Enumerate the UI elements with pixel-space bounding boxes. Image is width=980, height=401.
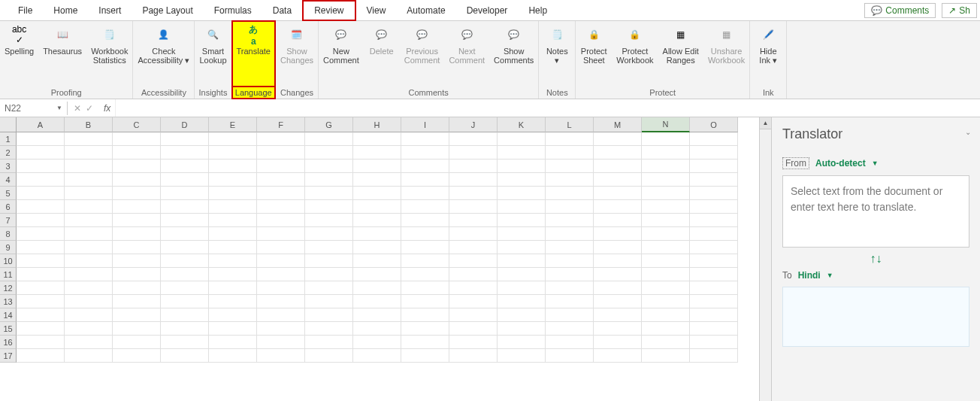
tab-formulas[interactable]: Formulas bbox=[204, 2, 262, 20]
cell[interactable] bbox=[161, 227, 209, 241]
cell[interactable] bbox=[498, 173, 546, 187]
cell[interactable] bbox=[642, 322, 690, 336]
cell[interactable] bbox=[209, 159, 257, 173]
tab-insert[interactable]: Insert bbox=[88, 2, 132, 20]
cell[interactable] bbox=[161, 281, 209, 295]
cell[interactable] bbox=[594, 159, 642, 173]
cell[interactable] bbox=[594, 241, 642, 254]
column-header[interactable]: C bbox=[113, 117, 161, 132]
tab-automate[interactable]: Automate bbox=[396, 2, 455, 20]
cell[interactable] bbox=[498, 187, 546, 200]
cell[interactable] bbox=[449, 336, 498, 349]
cell[interactable] bbox=[113, 214, 161, 227]
cell[interactable] bbox=[642, 146, 690, 159]
cell[interactable] bbox=[690, 281, 738, 295]
cell[interactable] bbox=[161, 159, 209, 173]
cell[interactable] bbox=[209, 295, 257, 308]
column-header[interactable]: L bbox=[546, 117, 594, 132]
cell[interactable] bbox=[17, 132, 65, 146]
cell[interactable] bbox=[65, 146, 113, 159]
cell[interactable] bbox=[161, 200, 209, 214]
cell[interactable] bbox=[257, 336, 305, 349]
cell[interactable] bbox=[209, 349, 257, 363]
cell[interactable] bbox=[257, 254, 305, 268]
cell[interactable] bbox=[642, 268, 690, 281]
cell[interactable] bbox=[449, 132, 498, 146]
cell[interactable] bbox=[209, 132, 257, 146]
cell[interactable] bbox=[449, 227, 498, 241]
tab-page-layout[interactable]: Page Layout bbox=[132, 2, 203, 20]
cell[interactable] bbox=[449, 281, 498, 295]
cell[interactable] bbox=[546, 214, 594, 227]
name-box[interactable]: N22▼ bbox=[0, 102, 68, 115]
cell[interactable] bbox=[546, 349, 594, 363]
cell[interactable] bbox=[305, 254, 353, 268]
cell[interactable] bbox=[65, 200, 113, 214]
cell[interactable] bbox=[305, 200, 353, 214]
column-header[interactable]: M bbox=[594, 117, 642, 132]
column-header[interactable]: K bbox=[498, 117, 546, 132]
cell[interactable] bbox=[305, 322, 353, 336]
row-header[interactable]: 16 bbox=[0, 336, 17, 349]
cell[interactable] bbox=[690, 173, 738, 187]
cell[interactable] bbox=[161, 132, 209, 146]
protect-workbook-button[interactable]: 🔒ProtectWorkbook bbox=[612, 21, 658, 87]
cell[interactable] bbox=[209, 241, 257, 254]
spelling-button[interactable]: abc✓Spelling bbox=[0, 21, 38, 87]
cell[interactable] bbox=[690, 349, 738, 363]
cell[interactable] bbox=[113, 187, 161, 200]
cell[interactable] bbox=[498, 349, 546, 363]
protect-sheet-button[interactable]: 🔒ProtectSheet bbox=[576, 21, 612, 87]
cell[interactable] bbox=[401, 173, 449, 187]
cell[interactable] bbox=[546, 336, 594, 349]
cell[interactable] bbox=[642, 295, 690, 308]
cell[interactable] bbox=[17, 281, 65, 295]
cell[interactable] bbox=[209, 227, 257, 241]
cell[interactable] bbox=[498, 200, 546, 214]
translate-input[interactable]: Select text from the document or enter t… bbox=[782, 175, 969, 248]
tab-review[interactable]: Review bbox=[302, 0, 355, 21]
row-header[interactable]: 10 bbox=[0, 254, 17, 268]
cell[interactable] bbox=[449, 159, 498, 173]
cell[interactable] bbox=[498, 281, 546, 295]
cell[interactable] bbox=[642, 214, 690, 227]
cell[interactable] bbox=[113, 146, 161, 159]
cell[interactable] bbox=[401, 159, 449, 173]
cell[interactable] bbox=[546, 187, 594, 200]
cell[interactable] bbox=[401, 227, 449, 241]
vertical-scrollbar[interactable]: ▲ bbox=[759, 117, 771, 401]
cell[interactable] bbox=[594, 146, 642, 159]
cell[interactable] bbox=[546, 200, 594, 214]
cell[interactable] bbox=[690, 146, 738, 159]
cell[interactable] bbox=[161, 336, 209, 349]
cell[interactable] bbox=[113, 227, 161, 241]
cell[interactable] bbox=[209, 214, 257, 227]
cell[interactable] bbox=[161, 268, 209, 281]
cell[interactable] bbox=[353, 349, 401, 363]
row-header[interactable]: 1 bbox=[0, 132, 17, 146]
cell[interactable] bbox=[353, 227, 401, 241]
cell[interactable] bbox=[113, 254, 161, 268]
cell[interactable] bbox=[594, 308, 642, 322]
cell[interactable] bbox=[17, 349, 65, 363]
cell[interactable] bbox=[305, 308, 353, 322]
new-comment-button[interactable]: 💬NewComment bbox=[319, 21, 364, 87]
cell[interactable] bbox=[353, 322, 401, 336]
cell[interactable] bbox=[209, 268, 257, 281]
cell[interactable] bbox=[305, 214, 353, 227]
comments-button[interactable]: 💬 Comments bbox=[864, 3, 936, 18]
cell[interactable] bbox=[161, 295, 209, 308]
cell[interactable] bbox=[65, 173, 113, 187]
cell[interactable] bbox=[642, 187, 690, 200]
row-header[interactable]: 13 bbox=[0, 295, 17, 308]
to-language-dropdown[interactable]: Hindi bbox=[798, 270, 821, 281]
cell[interactable] bbox=[546, 308, 594, 322]
cell[interactable] bbox=[17, 187, 65, 200]
cell[interactable] bbox=[498, 146, 546, 159]
cell[interactable] bbox=[401, 200, 449, 214]
cell[interactable] bbox=[690, 336, 738, 349]
column-header[interactable]: F bbox=[257, 117, 305, 132]
column-header[interactable]: N bbox=[642, 117, 690, 132]
column-header[interactable]: H bbox=[353, 117, 401, 132]
cell[interactable] bbox=[498, 132, 546, 146]
